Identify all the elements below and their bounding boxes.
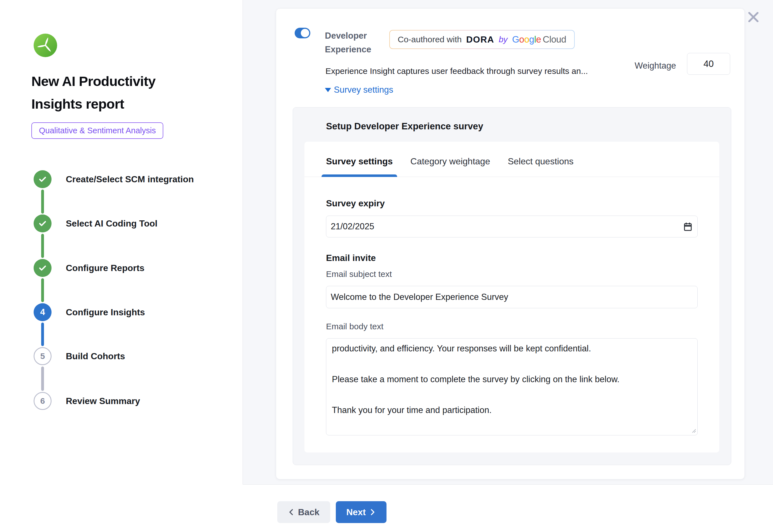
- resize-grip-handle[interactable]: [691, 428, 696, 433]
- step-connector: [41, 278, 44, 302]
- step-connector: [41, 323, 44, 346]
- step-done-check-icon: [34, 259, 52, 277]
- email-subject-input[interactable]: [326, 286, 698, 308]
- step-build-cohorts[interactable]: 5 Build Cohorts: [34, 347, 125, 365]
- insight-description: Experience Insight captures user feedbac…: [325, 66, 628, 76]
- coauthored-badge: Co-authored with DORA by GoogleCloud: [389, 30, 575, 49]
- tab-select-questions[interactable]: Select questions: [508, 156, 574, 177]
- tab-survey-settings[interactable]: Survey settings: [326, 156, 393, 177]
- step-connector: [41, 190, 44, 214]
- chevron-left-icon: [288, 508, 294, 516]
- survey-panel-heading: Setup Developer Experience survey: [326, 121, 483, 132]
- step-configure-reports[interactable]: Configure Reports: [34, 259, 145, 277]
- step-done-check-icon: [34, 170, 52, 188]
- report-type-badge: Qualitative & Sentiment Analysis: [31, 122, 163, 139]
- insight-title: Developer Experience: [325, 29, 384, 56]
- configure-insights-card: Developer Experience Co-authored with DO…: [276, 8, 745, 479]
- coauthor-prefix-text: Co-authored with: [398, 35, 462, 44]
- step-connector: [41, 234, 44, 258]
- step-number-badge: 4: [34, 303, 52, 321]
- close-icon[interactable]: [748, 12, 759, 23]
- tab-bar: Survey settings Category weightage Selec…: [304, 142, 719, 177]
- step-configure-insights[interactable]: 4 Configure Insights: [34, 303, 145, 321]
- back-button[interactable]: Back: [277, 501, 330, 523]
- cloud-text: Cloud: [543, 34, 566, 45]
- toggle-knob: [301, 29, 309, 37]
- by-text: by: [499, 35, 508, 44]
- step-connector: [41, 367, 44, 391]
- weightage-input[interactable]: [687, 53, 730, 75]
- dora-logo: DORA: [466, 34, 494, 45]
- survey-expiry-input[interactable]: [326, 216, 698, 237]
- email-body-textarea[interactable]: productivity, and efficiency. Your respo…: [326, 338, 698, 435]
- survey-expiry-label: Survey expiry: [326, 198, 698, 209]
- chevron-right-icon: [370, 508, 376, 516]
- step-done-check-icon: [34, 214, 52, 232]
- email-body-label: Email body text: [326, 322, 698, 331]
- survey-tab-card: Survey settings Category weightage Selec…: [304, 142, 719, 452]
- page-title: New AI Productivity Insights report: [31, 70, 188, 115]
- step-select-ai-coding-tool[interactable]: Select AI Coding Tool: [34, 214, 157, 232]
- survey-settings-collapse-link[interactable]: Survey settings: [325, 85, 393, 95]
- email-invite-heading: Email invite: [326, 253, 698, 263]
- developer-experience-toggle[interactable]: [295, 28, 310, 38]
- step-create-select-scm[interactable]: Create/Select SCM integration: [34, 170, 194, 188]
- step-number-badge: 6: [34, 392, 52, 410]
- wizard-footer: Back Next: [243, 484, 773, 532]
- wizard-sidebar: New AI Productivity Insights report Qual…: [0, 0, 243, 532]
- weightage-label: Weightage: [635, 61, 676, 71]
- tab-category-weightage[interactable]: Category weightage: [410, 156, 490, 177]
- caret-down-icon: [325, 88, 331, 92]
- step-review-summary[interactable]: 6 Review Summary: [34, 392, 140, 410]
- step-number-badge: 5: [34, 347, 52, 365]
- google-logo: GoogleCloud: [512, 34, 566, 45]
- next-button[interactable]: Next: [336, 501, 387, 523]
- survey-setup-panel: Setup Developer Experience survey Survey…: [293, 107, 731, 465]
- app-logo-icon: [34, 34, 57, 57]
- email-subject-label: Email subject text: [326, 269, 698, 279]
